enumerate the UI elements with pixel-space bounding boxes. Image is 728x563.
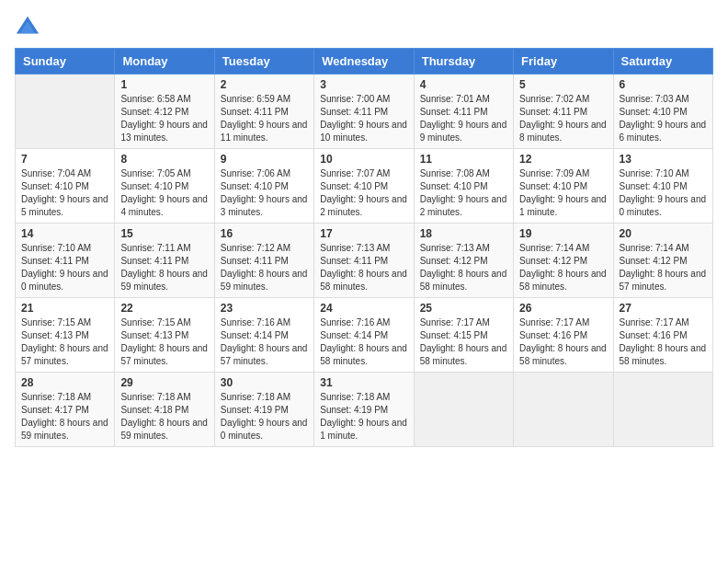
daylight: Daylight: 9 hours and 13 minutes. (120, 120, 208, 143)
day-cell: 20 Sunrise: 7:14 AM Sunset: 4:12 PM Dayl… (613, 224, 712, 298)
sunset: Sunset: 4:16 PM (620, 330, 688, 340)
day-info: Sunrise: 7:12 AM Sunset: 4:11 PM Dayligh… (221, 242, 308, 293)
day-info: Sunrise: 7:17 AM Sunset: 4:16 PM Dayligh… (519, 316, 607, 368)
day-info: Sunrise: 7:04 AM Sunset: 4:10 PM Dayligh… (21, 167, 108, 219)
day-number: 13 (620, 153, 707, 166)
header-cell-monday: Monday (115, 49, 214, 75)
sunrise: Sunrise: 7:11 AM (120, 243, 190, 253)
sunrise: Sunrise: 6:58 AM (120, 94, 190, 104)
sunrise: Sunrise: 7:14 AM (519, 243, 589, 253)
sunset: Sunset: 4:10 PM (320, 181, 388, 191)
daylight: Daylight: 9 hours and 3 minutes. (221, 194, 308, 217)
daylight: Daylight: 9 hours and 10 minutes. (320, 120, 407, 143)
day-number: 3 (320, 78, 407, 91)
day-cell: 17 Sunrise: 7:13 AM Sunset: 4:11 PM Dayl… (314, 224, 414, 298)
daylight: Daylight: 8 hours and 58 minutes. (519, 343, 607, 366)
day-cell: 3 Sunrise: 7:00 AM Sunset: 4:11 PM Dayli… (314, 75, 414, 149)
day-info: Sunrise: 7:01 AM Sunset: 4:11 PM Dayligh… (420, 93, 507, 144)
day-cell: 2 Sunrise: 6:59 AM Sunset: 4:11 PM Dayli… (214, 75, 313, 149)
daylight: Daylight: 8 hours and 57 minutes. (120, 343, 208, 366)
sunset: Sunset: 4:11 PM (120, 256, 188, 266)
day-cell: 22 Sunrise: 7:15 AM Sunset: 4:13 PM Dayl… (115, 298, 214, 373)
sunrise: Sunrise: 7:10 AM (620, 168, 689, 178)
daylight: Daylight: 9 hours and 4 minutes. (120, 194, 208, 217)
daylight: Daylight: 8 hours and 59 minutes. (221, 269, 308, 292)
daylight: Daylight: 8 hours and 58 minutes. (320, 269, 407, 292)
sunset: Sunset: 4:16 PM (519, 330, 587, 340)
daylight: Daylight: 9 hours and 0 minutes. (620, 194, 707, 217)
sunset: Sunset: 4:17 PM (21, 405, 89, 415)
sunset: Sunset: 4:12 PM (420, 256, 488, 266)
sunset: Sunset: 4:10 PM (620, 107, 688, 117)
day-info: Sunrise: 7:16 AM Sunset: 4:14 PM Dayligh… (320, 316, 407, 368)
day-info: Sunrise: 7:10 AM Sunset: 4:11 PM Dayligh… (21, 242, 108, 293)
sunrise: Sunrise: 7:14 AM (620, 243, 689, 253)
calendar-table: SundayMondayTuesdayWednesdayThursdayFrid… (15, 48, 713, 447)
day-info: Sunrise: 6:59 AM Sunset: 4:11 PM Dayligh… (221, 93, 308, 144)
daylight: Daylight: 9 hours and 11 minutes. (221, 120, 308, 143)
day-cell (16, 75, 115, 149)
sunrise: Sunrise: 7:03 AM (620, 94, 689, 104)
sunset: Sunset: 4:10 PM (221, 181, 289, 191)
day-info: Sunrise: 7:15 AM Sunset: 4:13 PM Dayligh… (120, 316, 208, 368)
sunrise: Sunrise: 6:59 AM (221, 94, 290, 104)
day-info: Sunrise: 7:18 AM Sunset: 4:19 PM Dayligh… (221, 391, 308, 442)
sunrise: Sunrise: 7:16 AM (221, 317, 290, 327)
header-cell-saturday: Saturday (613, 49, 712, 75)
day-info: Sunrise: 6:58 AM Sunset: 4:12 PM Dayligh… (120, 93, 208, 144)
day-cell: 10 Sunrise: 7:07 AM Sunset: 4:10 PM Dayl… (314, 149, 414, 224)
sunrise: Sunrise: 7:08 AM (420, 168, 490, 178)
day-info: Sunrise: 7:18 AM Sunset: 4:19 PM Dayligh… (320, 391, 407, 442)
day-cell: 1 Sunrise: 6:58 AM Sunset: 4:12 PM Dayli… (115, 75, 214, 149)
day-number: 31 (320, 376, 407, 389)
day-cell: 16 Sunrise: 7:12 AM Sunset: 4:11 PM Dayl… (214, 224, 313, 298)
sunset: Sunset: 4:12 PM (120, 107, 188, 117)
daylight: Daylight: 9 hours and 2 minutes. (420, 194, 507, 217)
day-number: 25 (420, 302, 507, 315)
daylight: Daylight: 8 hours and 58 minutes. (320, 343, 407, 366)
day-number: 10 (320, 153, 407, 166)
daylight: Daylight: 8 hours and 58 minutes. (420, 269, 507, 292)
day-info: Sunrise: 7:02 AM Sunset: 4:11 PM Dayligh… (519, 93, 607, 144)
day-number: 11 (420, 153, 507, 166)
day-number: 24 (320, 302, 407, 315)
sunset: Sunset: 4:10 PM (120, 181, 188, 191)
day-cell: 18 Sunrise: 7:13 AM Sunset: 4:12 PM Dayl… (414, 224, 513, 298)
daylight: Daylight: 8 hours and 57 minutes. (221, 343, 308, 366)
header-cell-wednesday: Wednesday (314, 49, 414, 75)
sunset: Sunset: 4:19 PM (320, 405, 388, 415)
day-cell (514, 373, 613, 447)
daylight: Daylight: 9 hours and 9 minutes. (420, 120, 507, 143)
day-cell: 5 Sunrise: 7:02 AM Sunset: 4:11 PM Dayli… (514, 75, 613, 149)
sunset: Sunset: 4:15 PM (420, 330, 488, 340)
day-number: 18 (420, 227, 507, 240)
day-number: 30 (221, 376, 308, 389)
sunrise: Sunrise: 7:13 AM (420, 243, 490, 253)
sunset: Sunset: 4:10 PM (519, 181, 587, 191)
day-cell: 26 Sunrise: 7:17 AM Sunset: 4:16 PM Dayl… (514, 298, 613, 373)
sunrise: Sunrise: 7:05 AM (120, 168, 190, 178)
day-number: 2 (221, 78, 308, 91)
day-number: 8 (120, 153, 208, 166)
day-cell: 25 Sunrise: 7:17 AM Sunset: 4:15 PM Dayl… (414, 298, 513, 373)
sunset: Sunset: 4:11 PM (420, 107, 488, 117)
day-number: 28 (21, 376, 108, 389)
day-info: Sunrise: 7:00 AM Sunset: 4:11 PM Dayligh… (320, 93, 407, 144)
sunset: Sunset: 4:11 PM (320, 107, 388, 117)
sunset: Sunset: 4:19 PM (221, 405, 289, 415)
sunrise: Sunrise: 7:02 AM (519, 94, 589, 104)
day-info: Sunrise: 7:17 AM Sunset: 4:16 PM Dayligh… (620, 316, 707, 368)
day-cell (414, 373, 513, 447)
sunrise: Sunrise: 7:15 AM (120, 317, 190, 327)
day-cell: 29 Sunrise: 7:18 AM Sunset: 4:18 PM Dayl… (115, 373, 214, 447)
sunset: Sunset: 4:18 PM (120, 405, 188, 415)
logo (15, 15, 44, 40)
day-info: Sunrise: 7:18 AM Sunset: 4:17 PM Dayligh… (21, 391, 108, 442)
logo-icon (15, 15, 40, 40)
daylight: Daylight: 8 hours and 58 minutes. (420, 343, 507, 366)
sunset: Sunset: 4:14 PM (320, 330, 388, 340)
calendar-header: SundayMondayTuesdayWednesdayThursdayFrid… (16, 49, 713, 75)
header-cell-thursday: Thursday (414, 49, 513, 75)
day-cell: 23 Sunrise: 7:16 AM Sunset: 4:14 PM Dayl… (214, 298, 313, 373)
week-row-3: 21 Sunrise: 7:15 AM Sunset: 4:13 PM Dayl… (16, 298, 713, 373)
